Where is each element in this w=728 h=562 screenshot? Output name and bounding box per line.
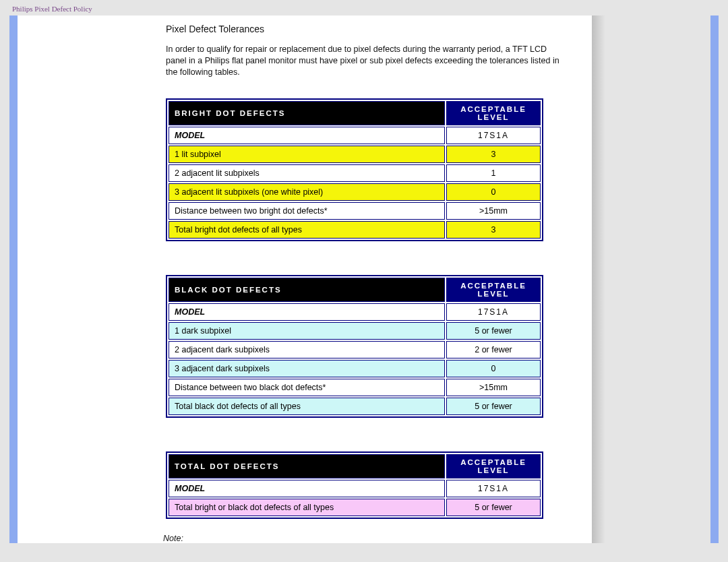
- defect-value: >15mm: [446, 379, 541, 396]
- defect-value: 5 or fewer: [446, 499, 541, 516]
- table-row: 1 dark subpixel5 or fewer: [169, 322, 541, 340]
- defect-label: Distance between two bright dot defects*: [169, 202, 445, 220]
- defect-value: >15mm: [446, 202, 541, 220]
- table-header-defects: BRIGHT DOT DEFECTS: [169, 101, 445, 125]
- left-padding: [18, 15, 51, 543]
- table-row: 3 adjacent lit subpixels (one white pixe…: [169, 183, 541, 201]
- table-header-defects: BLACK DOT DEFECTS: [169, 278, 445, 302]
- defect-value: 0: [446, 183, 541, 201]
- model-value: 17S1A: [446, 480, 541, 497]
- defect-label: Total bright dot defects of all types: [169, 221, 445, 239]
- defect-value: 1: [446, 164, 541, 182]
- defect-label: 1 lit subpixel: [169, 146, 445, 163]
- table-row: Total bright or black dot defects of all…: [169, 499, 541, 516]
- note-label: Note:: [163, 534, 566, 543]
- right-accent-bar: [710, 15, 719, 543]
- defect-label: 2 adjacent dark subpixels: [169, 341, 445, 358]
- table-header-level: ACCEPTABLE LEVEL: [446, 454, 541, 478]
- right-padding: [586, 15, 592, 543]
- table-row: Distance between two black dot defects*>…: [169, 379, 541, 396]
- content: Pixel Defect Tolerances In order to qual…: [51, 24, 586, 543]
- defect-label: 1 dark subpixel: [169, 322, 445, 340]
- defect-value: 2 or fewer: [446, 341, 541, 358]
- table-row: 2 adjacent lit subpixels1: [169, 164, 541, 182]
- table-row: 2 adjacent dark subpixels2 or fewer: [169, 341, 541, 358]
- model-label: MODEL: [169, 480, 445, 497]
- table-row: 1 lit subpixel3: [169, 146, 541, 163]
- table-header-defects: TOTAL DOT DEFECTS: [169, 454, 445, 478]
- header-title: Philips Pixel Defect Policy: [0, 0, 728, 15]
- table-header-level: ACCEPTABLE LEVEL: [446, 278, 541, 302]
- defect-value: 3: [446, 221, 541, 239]
- table-row: Distance between two bright dot defects*…: [169, 202, 541, 220]
- page: Pixel Defect Tolerances In order to qual…: [51, 15, 586, 543]
- right-gap: [605, 15, 710, 543]
- defect-value: 3: [446, 146, 541, 163]
- defect-label: 3 adjacent lit subpixels (one white pixe…: [169, 183, 445, 201]
- table-row: Total bright dot defects of all types3: [169, 221, 541, 239]
- model-label: MODEL: [169, 303, 445, 321]
- defect-value: 0: [446, 360, 541, 377]
- bright-dot-defects-table: BRIGHT DOT DEFECTSACCEPTABLE LEVELMODEL1…: [166, 98, 543, 241]
- defect-label: Total black dot defects of all types: [169, 398, 445, 415]
- model-label: MODEL: [169, 127, 445, 144]
- defect-value: 5 or fewer: [446, 322, 541, 340]
- table-row: Total black dot defects of all types5 or…: [169, 398, 541, 415]
- table-row: 3 adjacent dark subpixels0: [169, 360, 541, 377]
- model-value: 17S1A: [446, 127, 541, 144]
- page-frame: Pixel Defect Tolerances In order to qual…: [9, 15, 719, 543]
- defect-label: Distance between two black dot defects*: [169, 379, 445, 396]
- defect-label: Total bright or black dot defects of all…: [169, 499, 445, 516]
- defect-value: 5 or fewer: [446, 398, 541, 415]
- page-shadow: [592, 15, 605, 543]
- total-dot-defects-table: TOTAL DOT DEFECTSACCEPTABLE LEVELMODEL17…: [166, 451, 543, 519]
- intro-paragraph: In order to qualify for repair or replac…: [166, 44, 566, 78]
- model-value: 17S1A: [446, 303, 541, 321]
- defect-label: 3 adjacent dark subpixels: [169, 360, 445, 377]
- section-title: Pixel Defect Tolerances: [166, 24, 566, 34]
- left-accent-bar: [9, 15, 18, 543]
- black-dot-defects-table: BLACK DOT DEFECTSACCEPTABLE LEVELMODEL17…: [166, 275, 543, 418]
- table-header-level: ACCEPTABLE LEVEL: [446, 101, 541, 125]
- defect-label: 2 adjacent lit subpixels: [169, 164, 445, 182]
